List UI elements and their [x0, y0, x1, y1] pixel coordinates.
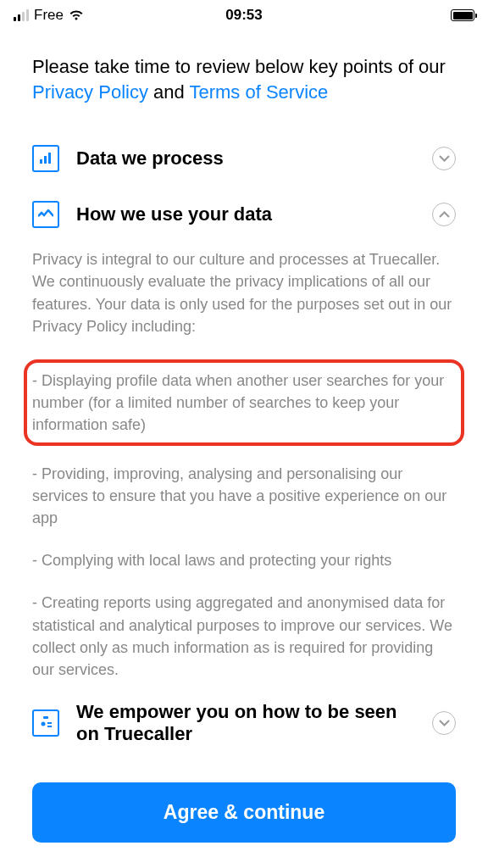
activity-icon: [32, 201, 59, 228]
bullet-item: - Creating reports using aggregated and …: [32, 592, 456, 680]
clock: 09:53: [225, 7, 262, 24]
signal-icon: [14, 9, 29, 21]
agree-continue-button[interactable]: Agree & continue: [32, 782, 456, 843]
content-area: Please take time to review below key poi…: [0, 29, 488, 746]
chevron-up-icon: [432, 203, 456, 226]
footer: Agree & continue: [0, 782, 488, 868]
svg-rect-3: [43, 716, 48, 719]
accordion-empower[interactable]: We empower you on how to be seen on True…: [32, 701, 456, 746]
highlight-box: - Displaying profile data when another u…: [24, 359, 464, 446]
accordion-data-process[interactable]: Data we process: [32, 145, 456, 172]
svg-rect-1: [44, 156, 47, 164]
svg-rect-6: [47, 726, 52, 727]
battery-icon: [451, 9, 474, 21]
bullet-item: - Complying with local laws and protecti…: [32, 549, 456, 571]
wifi-icon: [69, 9, 84, 21]
accordion-title: How we use your data: [76, 203, 415, 225]
svg-rect-0: [40, 159, 42, 164]
bullet-item: - Providing, improving, analysing and pe…: [32, 463, 456, 529]
intro-middle: and: [148, 81, 190, 103]
chart-icon: [32, 145, 59, 172]
carrier-label: Free: [34, 7, 64, 24]
svg-rect-5: [47, 722, 52, 724]
status-bar: Free 09:53: [0, 0, 488, 29]
accordion-how-use[interactable]: How we use your data: [32, 201, 456, 228]
accordion-title: We empower you on how to be seen on True…: [76, 701, 415, 746]
intro-prefix: Please take time to review below key poi…: [32, 56, 446, 77]
accordion-title: Data we process: [76, 147, 415, 170]
svg-rect-2: [48, 153, 51, 164]
terms-link[interactable]: Terms of Service: [189, 81, 328, 103]
chevron-down-icon: [432, 147, 456, 170]
svg-point-4: [42, 722, 46, 726]
chevron-down-icon: [432, 711, 456, 735]
id-card-icon: [32, 709, 59, 737]
status-left: Free: [14, 7, 84, 24]
section-body: Privacy is integral to our culture and p…: [32, 248, 456, 337]
bullet-item: - Displaying profile data when another u…: [32, 370, 456, 436]
intro-text: Please take time to review below key poi…: [32, 54, 456, 104]
privacy-policy-link[interactable]: Privacy Policy: [32, 81, 148, 103]
